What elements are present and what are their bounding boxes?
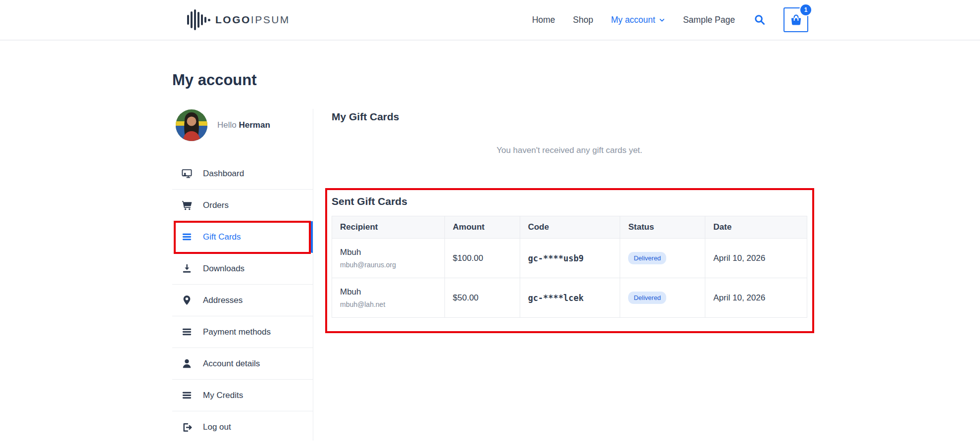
sidebar-item-orders[interactable]: Orders [172, 190, 313, 221]
column-header-date: Date [705, 216, 807, 239]
sent-gift-cards-section: Sent Gift Cards Recipient Amount Code St… [332, 196, 807, 318]
sidebar-item-label: Downloads [203, 264, 245, 274]
cart-icon [181, 199, 193, 211]
sidebar-item-downloads[interactable]: Downloads [172, 253, 313, 285]
my-gift-cards-heading: My Gift Cards [332, 111, 807, 123]
sidebar-content-divider [313, 109, 313, 441]
sidebar-menu: Dashboard Orders Gift Cards Downloads [172, 158, 313, 443]
cart-button[interactable]: 1 [784, 7, 808, 32]
code-cell: gc-****usb9 [520, 239, 620, 278]
sidebar-item-gift-cards[interactable]: Gift Cards [172, 221, 313, 253]
download-icon [181, 263, 193, 274]
column-header-recipient: Recipient [332, 216, 445, 239]
nav-my-account-label: My account [611, 15, 655, 25]
gift-cards-content: My Gift Cards You haven't received any g… [332, 111, 807, 155]
column-header-status: Status [620, 216, 705, 239]
sidebar-item-log-out[interactable]: Log out [172, 411, 313, 443]
cart-bag-icon [789, 13, 803, 27]
amount-cell: $50.00 [444, 278, 520, 318]
nav-my-account[interactable]: My account [611, 15, 665, 25]
greeting-text: Hello Herman [217, 120, 270, 130]
code-cell: gc-****lcek [520, 278, 620, 318]
account-sidebar: Hello Herman Dashboard Orders Gift Cards [172, 109, 313, 443]
logo-text-light: IPSUM [251, 14, 290, 25]
cart-count-badge: 1 [799, 3, 812, 16]
column-header-amount: Amount [444, 216, 520, 239]
date-cell: April 10, 2026 [705, 239, 807, 278]
empty-gift-cards-message: You haven't received any gift cards yet. [332, 146, 807, 155]
date-cell: April 10, 2026 [705, 278, 807, 318]
status-badge: Delivered [628, 292, 666, 304]
avatar [176, 109, 207, 141]
recipient-email: mbuh@raurus.org [340, 261, 444, 269]
sidebar-item-account-details[interactable]: Account details [172, 348, 313, 380]
search-icon[interactable] [754, 14, 766, 26]
map-pin-icon [181, 295, 193, 306]
column-header-code: Code [520, 216, 620, 239]
sidebar-item-label: Account details [203, 359, 260, 369]
sidebar-item-payment-methods[interactable]: Payment methods [172, 316, 313, 348]
sent-gift-cards-table: Recipient Amount Code Status Date Mbuh m… [332, 216, 807, 318]
recipient-email: mbuh@lah.net [340, 300, 444, 308]
main-nav: Home Shop My account Sample Page [532, 7, 808, 32]
sent-gift-cards-heading: Sent Gift Cards [332, 196, 807, 207]
status-cell: Delivered [620, 278, 705, 318]
nav-sample-page[interactable]: Sample Page [683, 15, 735, 25]
sidebar-item-label: Addresses [203, 296, 243, 305]
dashboard-icon [181, 168, 193, 179]
sidebar-item-addresses[interactable]: Addresses [172, 285, 313, 316]
person-icon [181, 358, 193, 369]
logo-text: LOGOIPSUM [215, 14, 290, 26]
table-row: Mbuh mbuh@raurus.org $100.00 gc-****usb9… [332, 239, 807, 278]
list-icon [181, 326, 193, 338]
table-row: Mbuh mbuh@lah.net $50.00 gc-****lcek Del… [332, 278, 807, 318]
sidebar-item-label: Gift Cards [203, 232, 241, 242]
status-cell: Delivered [620, 239, 705, 278]
nav-home[interactable]: Home [532, 15, 555, 25]
site-logo[interactable]: LOGOIPSUM [187, 8, 290, 31]
greeting-name: Herman [239, 120, 270, 130]
sidebar-item-label: Log out [203, 422, 231, 432]
logo-text-bold: LOGO [215, 14, 251, 25]
table-header-row: Recipient Amount Code Status Date [332, 216, 807, 239]
recipient-cell: Mbuh mbuh@raurus.org [332, 239, 445, 278]
site-header: LOGOIPSUM Home Shop My account Sample Pa… [0, 0, 980, 41]
user-greeting-row: Hello Herman [176, 109, 313, 142]
chevron-down-icon [659, 17, 665, 23]
recipient-name: Mbuh [340, 247, 444, 257]
status-badge: Delivered [628, 252, 666, 264]
page-title: My account [172, 71, 257, 89]
sidebar-item-label: Orders [203, 200, 229, 210]
my-account-page: LOGOIPSUM Home Shop My account Sample Pa… [0, 0, 980, 445]
list-icon [181, 231, 193, 243]
list-icon [181, 390, 193, 401]
sidebar-item-label: Dashboard [203, 169, 244, 179]
sidebar-item-my-credits[interactable]: My Credits [172, 380, 313, 411]
amount-cell: $100.00 [444, 239, 520, 278]
logout-icon [181, 422, 193, 433]
sidebar-item-dashboard[interactable]: Dashboard [172, 158, 313, 190]
logo-bars-icon [187, 8, 210, 31]
sidebar-item-label: My Credits [203, 391, 243, 400]
sidebar-item-label: Payment methods [203, 327, 271, 337]
recipient-name: Mbuh [340, 287, 444, 297]
greeting-prefix: Hello [217, 120, 239, 130]
nav-shop[interactable]: Shop [573, 15, 593, 25]
recipient-cell: Mbuh mbuh@lah.net [332, 278, 445, 318]
